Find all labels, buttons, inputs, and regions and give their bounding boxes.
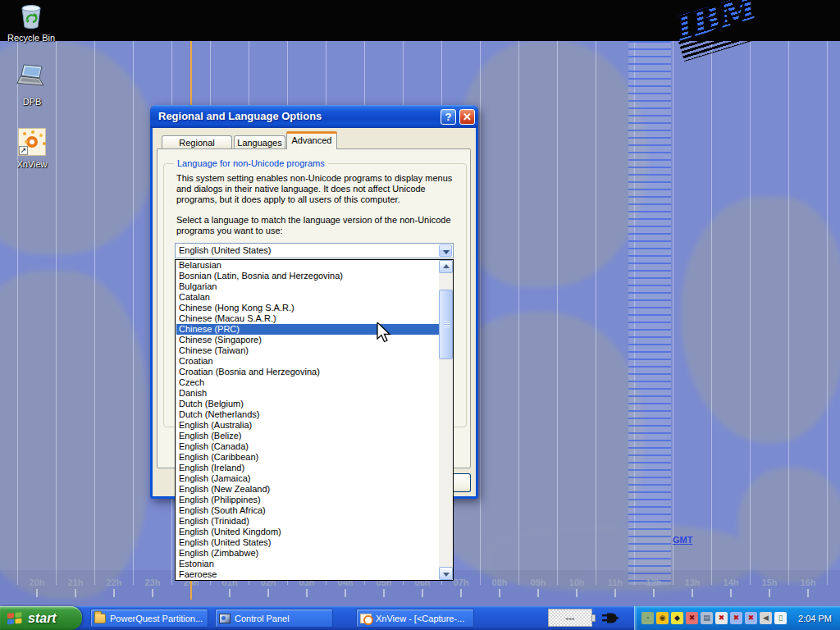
- display-settings-icon[interactable]: ▯: [774, 612, 787, 624]
- language-option[interactable]: Faeroese: [176, 569, 439, 580]
- meridian-line: [480, 41, 481, 585]
- apply-button-fragment[interactable]: [454, 473, 471, 492]
- taskbar-task-folder[interactable]: PowerQuest Partition...: [90, 609, 208, 628]
- combobox-dropdown-icon[interactable]: [439, 244, 452, 257]
- no-signal-icon[interactable]: ✖: [715, 612, 728, 624]
- language-option[interactable]: Chinese (Taiwan): [176, 345, 439, 356]
- timezone-tick: [614, 589, 616, 597]
- network-disconnected-icon[interactable]: ✖: [730, 612, 742, 624]
- language-option[interactable]: English (Trinidad): [176, 516, 439, 527]
- language-option[interactable]: Bulgarian: [176, 281, 439, 292]
- language-option[interactable]: Czech: [176, 377, 439, 388]
- control-panel-icon: [219, 614, 231, 623]
- start-button[interactable]: start: [0, 606, 82, 630]
- xnview-icon: [360, 614, 372, 623]
- xnview-dots: [23, 132, 26, 135]
- language-option[interactable]: Dutch (Belgium): [176, 399, 439, 409]
- language-option[interactable]: English (New Zealand): [176, 484, 439, 495]
- timezone-tick: [345, 589, 346, 597]
- language-option[interactable]: English (Belize): [176, 431, 439, 441]
- timezone-tick: [730, 589, 732, 597]
- dialog-titlebar[interactable]: Regional and Language Options: [150, 105, 478, 128]
- meridian-line: [827, 41, 828, 585]
- language-option[interactable]: English (Caribbean): [176, 452, 439, 463]
- hotplug-icon[interactable]: ▫: [641, 612, 654, 624]
- language-option[interactable]: English (Ireland): [176, 463, 439, 473]
- recycle-bin-icon: [18, 2, 44, 31]
- language-combobox[interactable]: English (United States): [175, 243, 454, 258]
- language-option[interactable]: Estonian: [176, 559, 439, 569]
- language-option[interactable]: English (Jamaica): [176, 473, 439, 484]
- language-option[interactable]: English (Australia): [176, 420, 439, 431]
- timezone-tick: [692, 589, 693, 597]
- mouse-cursor-icon: [377, 322, 395, 347]
- language-option[interactable]: Croatian (Bosnia and Herzegovina): [176, 367, 439, 377]
- language-option[interactable]: Croatian: [176, 356, 439, 367]
- timezone-label: 14h: [714, 578, 747, 587]
- timezone-label: 22h: [98, 578, 130, 587]
- language-option[interactable]: English (Canada): [176, 441, 439, 452]
- taskbar-task-control-panel[interactable]: Control Panel: [215, 609, 333, 628]
- language-option[interactable]: English (United Kingdom): [176, 527, 439, 537]
- system-tray: ▫◉◆✖▤✖✖✖◀▯ 2:04 PM: [634, 606, 840, 630]
- tab-languages[interactable]: Languages: [234, 135, 285, 149]
- group-title: Language for non-Unicode programs: [174, 158, 328, 168]
- scroll-down-icon[interactable]: [439, 567, 453, 580]
- phone-icon[interactable]: ◉: [656, 612, 669, 624]
- scroll-up-icon[interactable]: [439, 260, 453, 273]
- desktop-icon-label: DPB: [7, 97, 57, 107]
- close-button[interactable]: ✕: [459, 109, 475, 125]
- taskbar: start PowerQuest Partition...Control Pan…: [0, 606, 840, 630]
- timezone-tick: [653, 589, 655, 597]
- taskbar-task-xnview[interactable]: XnView - [<Capture-...: [356, 609, 474, 628]
- battery-meter[interactable]: ---: [548, 609, 592, 627]
- tab-advanced[interactable]: Advanced: [286, 131, 337, 149]
- language-option[interactable]: Bosnian (Latin, Bosnia and Herzegovina): [176, 271, 439, 281]
- language-option[interactable]: Dutch (Netherlands): [176, 409, 439, 420]
- map-landmass: [681, 197, 840, 443]
- language-option[interactable]: Chinese (PRC): [176, 324, 439, 335]
- scrollbar-thumb[interactable]: [439, 290, 453, 359]
- language-option[interactable]: Chinese (Singapore): [176, 335, 439, 345]
- desktop-icon-xnview[interactable]: ↗ XnView: [7, 128, 57, 169]
- timezone-tick: [306, 589, 308, 597]
- language-option[interactable]: Danish: [176, 388, 439, 399]
- timezone-tick: [769, 589, 770, 597]
- battery-text: ---: [566, 613, 575, 623]
- meridian-line: [56, 41, 57, 585]
- language-option[interactable]: English (United States): [176, 537, 439, 548]
- timezone-tick: [152, 589, 153, 597]
- map-landmass: [738, 468, 840, 582]
- windows-flag-icon: [7, 611, 23, 626]
- language-option[interactable]: Catalan: [176, 292, 439, 303]
- users-alert-icon[interactable]: ✖: [686, 612, 698, 624]
- warning-icon[interactable]: ◆: [671, 612, 683, 624]
- language-option[interactable]: English (Philippines): [176, 495, 439, 505]
- language-option[interactable]: Chinese (Macau S.A.R.): [176, 313, 439, 324]
- list-scrollbar[interactable]: [439, 260, 453, 580]
- taskbar-clock[interactable]: 2:04 PM: [798, 614, 840, 623]
- language-option[interactable]: English (Zimbabwe): [176, 548, 439, 559]
- instruction-text: Select a language to match the language …: [176, 215, 468, 236]
- timezone-tick: [75, 589, 76, 597]
- volume-icon[interactable]: ◀: [760, 612, 772, 624]
- timezone-tick: [807, 589, 809, 597]
- map-landmass: [0, 271, 148, 599]
- language-option[interactable]: Belarusian: [176, 260, 439, 271]
- timezone-tick: [229, 589, 231, 597]
- desktop-icon-dpb[interactable]: DPB: [7, 62, 57, 107]
- language-dropdown-list: BelarusianBosnian (Latin, Bosnia and Her…: [175, 259, 454, 581]
- language-option[interactable]: English (South Africa): [176, 505, 439, 516]
- tab-regional-options[interactable]: Regional Options: [162, 135, 232, 149]
- xnview-icon: ↗: [18, 128, 46, 156]
- timezone-tick: [113, 589, 115, 597]
- help-button[interactable]: ?: [441, 109, 456, 125]
- wireless-disconnected-icon[interactable]: ✖: [745, 612, 757, 624]
- network-computers-icon[interactable]: ▤: [701, 612, 713, 624]
- language-option[interactable]: Chinese (Hong Kong S.A.R.): [176, 303, 439, 313]
- battery-nub: [591, 614, 596, 622]
- desktop-icon-recycle-bin[interactable]: Recycle Bin: [7, 2, 56, 43]
- meridian-line: [596, 41, 596, 585]
- combobox-value: English (United States): [179, 244, 272, 257]
- timezone-label: 09h: [522, 578, 555, 587]
